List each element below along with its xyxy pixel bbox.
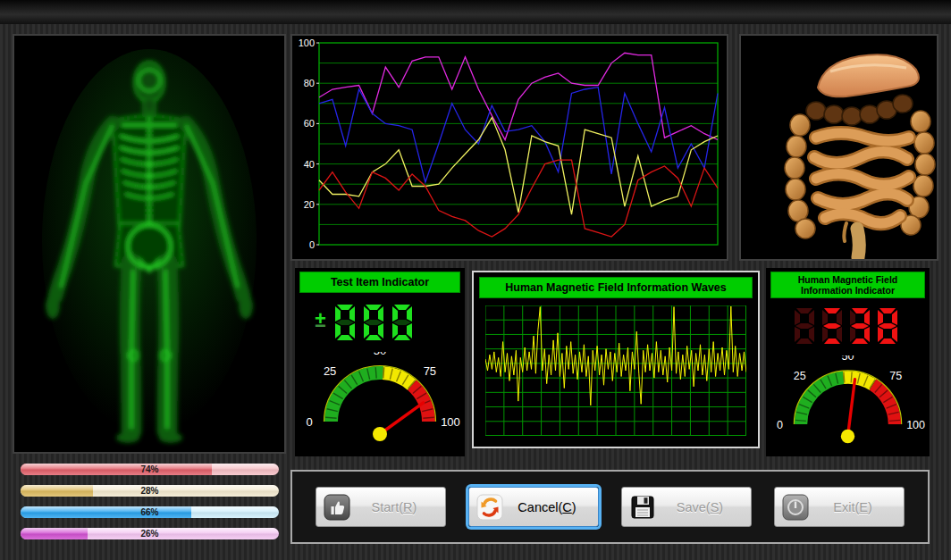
svg-text:20: 20 bbox=[304, 199, 315, 210]
cancel-button-label: Cancel(C) bbox=[503, 500, 591, 514]
exit-button[interactable]: Exit(E) bbox=[774, 487, 905, 527]
svg-text:100: 100 bbox=[299, 38, 315, 48]
magnetic-waves-chart bbox=[485, 305, 746, 436]
led-sign-column: + − bbox=[315, 313, 326, 332]
field-led-display bbox=[766, 305, 930, 347]
floppy-disk-icon bbox=[629, 494, 656, 521]
thumbs-up-icon bbox=[324, 494, 350, 521]
start-button[interactable]: Start(R) bbox=[316, 487, 446, 527]
test-curves-chart: 020406080100 bbox=[292, 36, 727, 259]
svg-text:100: 100 bbox=[441, 415, 460, 429]
test-item-led-display: + − bbox=[315, 302, 465, 343]
exit-button-label: Exit(E) bbox=[809, 500, 896, 514]
organ-image-panel bbox=[739, 34, 938, 261]
svg-text:60: 60 bbox=[304, 118, 315, 129]
svg-text:25: 25 bbox=[794, 370, 806, 382]
field-indicator-title-line2: Information Indicator bbox=[771, 285, 924, 296]
start-button-label: Start(R) bbox=[350, 500, 438, 514]
analyzer-window: 020406080100 bbox=[0, 0, 951, 560]
svg-text:50: 50 bbox=[374, 352, 386, 357]
body-scan-panel bbox=[13, 34, 286, 454]
field-indicator-title: Human Magnetic Field Information Indicat… bbox=[770, 272, 925, 298]
save-button-label: Save(S) bbox=[656, 500, 744, 514]
field-indicator-panel: Human Magnetic Field Information Indicat… bbox=[766, 268, 930, 456]
svg-text:0: 0 bbox=[306, 415, 312, 429]
progress-label: 28% bbox=[21, 485, 279, 497]
svg-text:50: 50 bbox=[842, 355, 854, 363]
svg-text:0: 0 bbox=[309, 239, 315, 250]
test-item-indicator-panel: Test Item Indicator + − 0255075100 bbox=[295, 268, 465, 456]
field-indicator-title-line1: Human Magnetic Field bbox=[771, 274, 924, 285]
progress-label: 26% bbox=[21, 528, 279, 539]
progress-bar-group: 74% 28% 66% 26% bbox=[21, 464, 279, 549]
digestive-organ-image bbox=[741, 36, 937, 259]
save-button[interactable]: Save(S) bbox=[621, 487, 752, 527]
field-indicator-gauge: 0255075100 bbox=[766, 355, 930, 448]
test-item-gauge: 0255075100 bbox=[295, 352, 465, 445]
svg-text:25: 25 bbox=[324, 365, 336, 379]
green-seven-segment-display bbox=[334, 302, 420, 343]
magnetic-waves-title: Human Magnetic Field Information Waves bbox=[479, 277, 753, 298]
svg-text:75: 75 bbox=[889, 370, 902, 382]
power-icon bbox=[782, 494, 809, 521]
title-bar bbox=[0, 0, 951, 24]
test-item-indicator-title: Test Item Indicator bbox=[299, 272, 460, 293]
progress-label: 74% bbox=[21, 464, 279, 475]
svg-text:40: 40 bbox=[304, 159, 315, 170]
progress-bar-red: 74% bbox=[21, 464, 279, 475]
svg-text:80: 80 bbox=[304, 78, 315, 88]
minus-sign: − bbox=[315, 320, 326, 332]
svg-text:75: 75 bbox=[424, 365, 436, 379]
sync-arrows-icon bbox=[476, 494, 503, 521]
magnetic-waves-panel: Human Magnetic Field Information Waves bbox=[472, 271, 760, 448]
human-body-xray-image bbox=[14, 36, 284, 452]
svg-text:100: 100 bbox=[906, 419, 925, 431]
progress-bar-gold: 28% bbox=[21, 485, 279, 497]
progress-label: 66% bbox=[21, 506, 279, 518]
action-button-panel: Start(R) Cancel(C) Save(S) bbox=[290, 470, 930, 544]
red-seven-segment-display bbox=[794, 305, 903, 347]
cancel-button[interactable]: Cancel(C) bbox=[468, 487, 599, 527]
svg-text:0: 0 bbox=[777, 419, 783, 431]
test-curves-panel: 020406080100 bbox=[290, 34, 728, 261]
progress-bar-magenta: 26% bbox=[21, 528, 279, 539]
progress-bar-blue: 66% bbox=[21, 506, 279, 518]
